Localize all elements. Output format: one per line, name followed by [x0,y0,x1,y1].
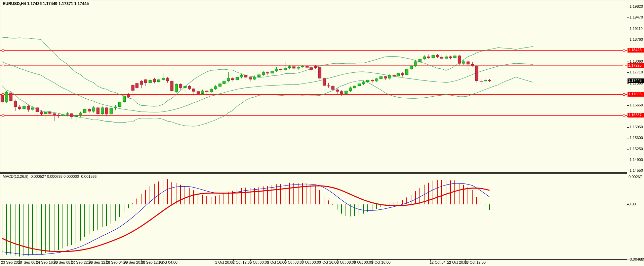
time-axis-label: 7 Oct 16:00 [319,260,338,264]
chart-canvas[interactable] [0,0,644,266]
macd-indicator-label: MACD(12,26,9) -0.000527 0.000693 0.00000… [3,174,97,178]
time-axis-label: 7 Oct 00:00 [302,260,321,264]
hline-handle[interactable] [623,114,625,117]
chart-window: EURUSD,H4 1.17426 1.17449 1.17371 1.1744… [0,0,644,266]
price-axis-label: 1.18060 [630,59,643,63]
hline-handle[interactable] [2,93,4,96]
price-axis-label: 1.17710 [630,70,643,74]
price-axis-label: 1.18760 [630,37,643,41]
price-axis-label: 1.15250 [630,147,643,151]
price-level-badge: 1.17005 [628,92,644,97]
price-axis-label: 1.16650 [630,103,643,107]
hline-handle[interactable] [623,49,625,52]
hline-handle[interactable] [2,65,4,67]
price-axis-label: 1.15950 [630,125,643,129]
hline-handle[interactable] [2,114,4,117]
time-axis-label: 1 Oct 20:00 [215,260,234,264]
price-level-badge: 1.17925 [628,63,644,68]
time-axis-label: 5 Oct 16:00 [267,260,286,264]
price-axis-label: 1.19470 [630,15,643,19]
hline-handle[interactable] [623,93,625,96]
price-axis-label: 1.15600 [630,136,643,140]
hline-handle[interactable] [2,49,4,52]
price-level-badge: 1.16337 [628,113,644,118]
price-axis-label: 1.14900 [630,158,643,162]
macd-axis-label: 0.00 [629,202,636,206]
time-axis-label: 1 Oct 04:00 [158,260,177,264]
time-axis-label: 9 Oct 00:00 [354,260,373,264]
time-axis-label: 8 Oct 08:00 [337,260,356,264]
price-axis-label: 1.14550 [630,168,643,172]
price-axis-label: 1.19820 [630,4,643,8]
macd-axis-label: -0.004685 [629,257,644,261]
price-axis-label: 1.19110 [630,27,643,31]
chart-title: EURUSD,H4 1.17426 1.17449 1.17371 1.1744… [3,1,89,6]
time-axis-label: 2 Oct 12:00 [233,260,252,264]
time-axis-label: 13 Oct 12:00 [465,260,486,264]
hline-handle[interactable] [623,65,625,67]
current-price-badge: 1.17445 [628,78,644,83]
price-level-badge: 1.18423 [628,48,644,53]
time-axis-label: 9 Oct 16:00 [371,260,391,264]
time-axis-label: 6 Oct 08:00 [285,260,304,264]
time-axis-label: 5 Oct 00:00 [250,260,269,264]
macd-axis-label: 0.00267 [629,175,642,179]
